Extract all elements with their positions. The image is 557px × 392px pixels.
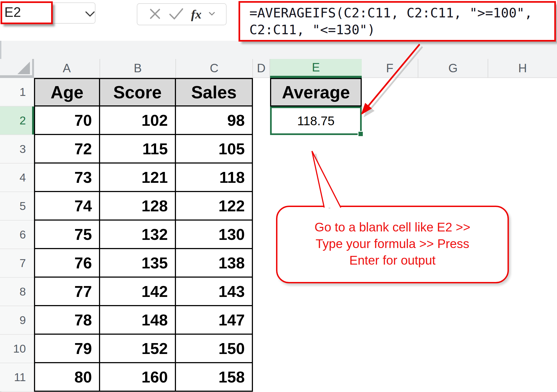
cell-C1[interactable]: Sales <box>176 78 253 106</box>
select-all-triangle-icon <box>17 62 30 74</box>
cell-A8[interactable]: 77 <box>34 278 100 306</box>
row-header-3[interactable]: 3 <box>0 135 34 164</box>
cell-C5[interactable]: 122 <box>176 192 253 221</box>
callout-line-3: Enter for output <box>349 252 435 269</box>
instruction-callout: Go to a blank cell like E2 >> Type your … <box>276 206 509 283</box>
col-header-H[interactable]: H <box>488 59 557 78</box>
cell-A5[interactable]: 74 <box>34 192 100 221</box>
sheet-background-band <box>0 41 557 59</box>
insert-function-icon[interactable]: fx <box>191 7 201 21</box>
cancel-icon[interactable] <box>148 7 162 21</box>
cell-B9[interactable]: 148 <box>100 306 176 335</box>
row-header-9[interactable]: 9 <box>0 306 34 335</box>
cell-A6[interactable]: 75 <box>34 221 100 249</box>
cell-B2[interactable]: 102 <box>100 106 176 135</box>
col-header-G[interactable]: G <box>418 59 488 78</box>
cell-A3[interactable]: 72 <box>34 135 100 164</box>
formula-line-1: =AVERAGEIFS(C2:C11, C2:C11, ">=100", <box>249 4 554 21</box>
callout-line-2: Type your formula >> Press <box>315 236 469 252</box>
col-header-F[interactable]: F <box>362 59 418 78</box>
row-header-8[interactable]: 8 <box>0 278 34 306</box>
cell-E2-value: 118.75 <box>297 114 335 128</box>
cell-A4[interactable]: 73 <box>34 164 100 192</box>
row-header-10[interactable]: 10 <box>0 335 34 363</box>
col-header-D[interactable]: D <box>253 59 270 78</box>
enter-check-icon[interactable] <box>169 8 184 21</box>
cell-C4[interactable]: 118 <box>176 164 253 192</box>
cell-C3[interactable]: 105 <box>176 135 253 164</box>
cell-B4[interactable]: 121 <box>100 164 176 192</box>
row-header-6[interactable]: 6 <box>0 221 34 249</box>
cell-C6[interactable]: 130 <box>176 221 253 249</box>
cell-B11[interactable]: 160 <box>100 363 176 392</box>
cell-C9[interactable]: 147 <box>176 306 253 335</box>
select-all-corner[interactable] <box>0 59 34 78</box>
row-header-2-selected[interactable]: 2 <box>0 106 34 135</box>
cell-C2[interactable]: 98 <box>176 106 253 135</box>
cell-A1[interactable]: Age <box>34 78 100 106</box>
name-box-value[interactable]: E2 <box>4 3 51 21</box>
formula-buttons-group: fx <box>137 3 227 25</box>
formula-line-2: C2:C11, "<=130") <box>249 21 554 38</box>
cell-A7[interactable]: 76 <box>34 249 100 278</box>
cell-A9[interactable]: 78 <box>34 306 100 335</box>
callout-line-1: Go to a blank cell like E2 >> <box>315 219 471 236</box>
cell-C7[interactable]: 138 <box>176 249 253 278</box>
cell-B5[interactable]: 128 <box>100 192 176 221</box>
cell-A11[interactable]: 80 <box>34 363 100 392</box>
fill-handle[interactable] <box>358 131 364 137</box>
col-header-B[interactable]: B <box>100 59 176 78</box>
cell-B6[interactable]: 132 <box>100 221 176 249</box>
row-header-11[interactable]: 11 <box>0 363 34 392</box>
formula-bar[interactable]: =AVERAGEIFS(C2:C11, C2:C11, ">=100", C2:… <box>239 1 556 42</box>
row-header-1[interactable]: 1 <box>0 78 34 106</box>
cell-B8[interactable]: 142 <box>100 278 176 306</box>
row-header-5[interactable]: 5 <box>0 192 34 221</box>
col-header-A[interactable]: A <box>34 59 100 78</box>
cell-E2-selected[interactable]: 118.75 <box>270 106 362 135</box>
cell-E1[interactable]: Average <box>270 78 362 106</box>
cell-B1[interactable]: Score <box>100 78 176 106</box>
cell-B3[interactable]: 115 <box>100 135 176 164</box>
cell-C11[interactable]: 158 <box>176 363 253 392</box>
col-header-C[interactable]: C <box>176 59 253 78</box>
function-dropdown-icon[interactable] <box>209 12 215 17</box>
cell-B7[interactable]: 135 <box>100 249 176 278</box>
formula-toolbar: E2 fx =AVERAGEIFS(C2:C11, C2:C11, ">=100… <box>0 0 557 41</box>
col-header-E-selected[interactable]: E <box>270 59 362 78</box>
cell-C10[interactable]: 150 <box>176 335 253 363</box>
cell-C8[interactable]: 143 <box>176 278 253 306</box>
name-box-dropdown-icon[interactable] <box>85 11 95 18</box>
row-header-7[interactable]: 7 <box>0 249 34 278</box>
cell-A10[interactable]: 79 <box>34 335 100 363</box>
cell-B10[interactable]: 152 <box>100 335 176 363</box>
row-header-4[interactable]: 4 <box>0 164 34 192</box>
cell-A2[interactable]: 70 <box>34 106 100 135</box>
